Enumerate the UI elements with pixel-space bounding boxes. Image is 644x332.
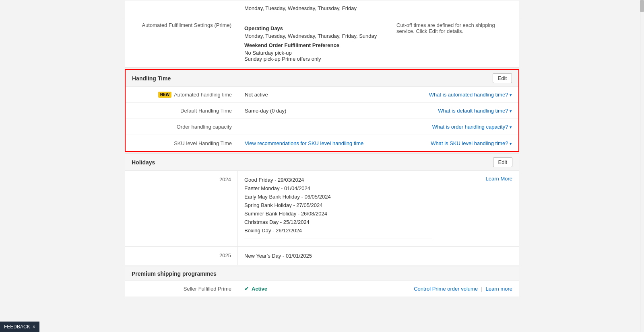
default-handling-value-text: Same-day (0 day) [245,108,286,114]
year-col-2025: 2025 [125,247,238,265]
holidays-section-title: Holidays [132,159,155,166]
feedback-close-icon[interactable]: × [33,324,35,330]
automated-handling-help-text: What is automated handling time? [429,92,508,98]
holiday-summer-bank: Summer Bank Holiday - 26/08/2024 [244,209,432,218]
automated-handling-arrow: ▾ [510,92,512,97]
sfp-value-col: ✔ Active [238,285,390,292]
pipe-separator: | [481,286,482,292]
holiday-new-year: New Year's Day - 01/01/2025 [244,252,432,260]
automated-handling-value-text: Not active [245,92,268,98]
sku-handling-row: SKU level Handling Time View recommendat… [126,135,518,151]
holiday-year-divider [244,238,432,238]
operating-days-value: Monday, Tuesday, Wednesday, Thursday, Fr… [244,33,384,39]
default-handling-help-link[interactable]: What is default handling time? ▾ [438,108,512,114]
holidays-2025-content: 2025 New Year's Day - 01/01/2025 [125,246,519,265]
automated-prime-row: Automated Fulfillment Settings (Prime) O… [125,17,519,67]
automated-fulfillment-label [125,0,238,17]
default-handling-row: Default Handling Time Same-day (0 day) W… [126,103,518,119]
holidays-content: 2024 Good Friday - 29/03/2024 Easter Mon… [125,171,519,246]
order-capacity-label-text: Order handling capacity [177,124,232,130]
sku-handling-help: What is SKU level handling time? ▾ [390,140,518,146]
holidays-year-col: 2024 [125,171,238,246]
main-content: Monday, Tuesday, Wednesday, Thursday, Fr… [117,0,527,315]
automated-prime-content: Operating Days Monday, Tuesday, Wednesda… [238,17,390,67]
holidays-section-header: Holidays Edit [125,154,519,171]
learn-more-link[interactable]: Learn More [486,176,512,182]
holiday-boxing-day: Boxing Day - 26/12/2024 [244,226,432,235]
premium-shipping-section: Premium shipping programmes Seller Fulfi… [125,267,519,297]
automated-fulfillment-section: Monday, Tuesday, Wednesday, Thursday, Fr… [125,0,519,68]
automated-handling-value: Not active [238,92,390,98]
order-capacity-row: Order handling capacity What is order ha… [126,119,518,135]
seller-fulfilled-prime-row: Seller Fulfilled Prime ✔ Active Control … [125,281,519,297]
sku-handling-label: SKU level Handling Time [126,140,238,146]
holiday-early-may: Early May Bank Holiday - 06/05/2024 [244,193,432,201]
automated-prime-label: Automated Fulfillment Settings (Prime) [125,17,238,67]
default-handling-value: Same-day (0 day) [238,108,390,114]
holidays-list-2025: New Year's Day - 01/01/2025 [238,247,438,265]
sku-handling-arrow: ▾ [510,141,512,146]
learn-more-prime-link[interactable]: Learn more [486,286,512,292]
page-wrapper: Monday, Tuesday, Wednesday, Thursday, Fr… [0,0,644,332]
automated-handling-help: What is automated handling time? ▾ [390,92,518,98]
automated-handling-label: NEW Automated handling time [126,92,238,98]
active-status-badge: Active [252,286,267,292]
default-handling-label: Default Handling Time [126,108,238,114]
order-capacity-arrow: ▾ [510,125,512,129]
holidays-edit-button[interactable]: Edit [493,157,512,167]
new-badge: NEW [158,92,171,98]
order-capacity-help-link[interactable]: What is order handling capacity? ▾ [432,124,512,130]
active-check-icon: ✔ [244,285,249,292]
default-handling-arrow: ▾ [510,109,512,113]
control-prime-link[interactable]: Control Prime order volume [414,286,478,292]
order-capacity-label: Order handling capacity [126,124,238,130]
premium-section-title: Premium shipping programmes [132,271,217,277]
automated-handling-label-text: Automated handling time [174,92,232,98]
sfp-label: Seller Fulfilled Prime [125,286,238,292]
holiday-good-friday: Good Friday - 29/03/2024 [244,176,432,184]
sku-handling-label-text: SKU level Handling Time [174,140,232,146]
handling-section-title: Handling Time [132,75,171,82]
order-capacity-help-text: What is order handling capacity? [432,124,508,130]
default-handling-label-text: Default Handling Time [180,108,232,114]
sku-handling-help-text: What is SKU level handling time? [431,140,508,146]
learn-more-col-2025 [438,247,519,265]
order-capacity-help: What is order handling capacity? ▾ [390,124,518,130]
holiday-christmas: Christmas Day - 25/12/2024 [244,218,432,226]
automated-handling-help-link[interactable]: What is automated handling time? ▾ [429,92,512,98]
top-days-text: Monday, Tuesday, Wednesday, Thursday, Fr… [244,5,384,11]
feedback-button[interactable]: FEEDBACK × [0,322,39,332]
cutoff-note: Cut-off times are defined for each shipp… [390,17,519,67]
operating-days-title: Operating Days [244,25,384,31]
learn-more-col: Learn More [438,171,519,246]
operating-days-row: Monday, Tuesday, Wednesday, Thursday, Fr… [125,0,519,17]
feedback-label: FEEDBACK [4,324,30,330]
year-2024: 2024 [132,176,231,182]
sku-handling-view-text: View recommendations for SKU level handl… [245,140,363,146]
sunday-prime: Sunday pick-up Prime offers only [244,56,384,62]
top-days-value: Monday, Tuesday, Wednesday, Thursday, Fr… [238,0,390,17]
default-handling-help: What is default handling time? ▾ [390,108,518,114]
year-2025: 2025 [132,252,231,258]
sku-handling-help-link[interactable]: What is SKU level handling time? ▾ [431,140,512,146]
holiday-spring-bank: Spring Bank Holiday - 27/05/2024 [244,201,432,209]
default-handling-help-text: What is default handling time? [438,108,508,114]
holiday-easter-monday: Easter Monday - 01/04/2024 [244,184,432,193]
holidays-list-col: Good Friday - 29/03/2024 Easter Monday -… [238,171,438,246]
premium-section-header: Premium shipping programmes [125,267,519,281]
top-note-col [390,0,519,17]
handling-section-header: Handling Time Edit [126,70,518,87]
handling-time-section: Handling Time Edit NEW Automated handlin… [125,69,519,152]
holidays-section: Holidays Edit 2024 Good Friday - 29/03/2… [125,154,519,265]
no-saturday: No Saturday pick-up [244,50,384,56]
sku-handling-view-link[interactable]: View recommendations for SKU level handl… [245,140,363,146]
scrollbar-thumb[interactable] [640,0,644,12]
weekend-title: Weekend Order Fulfillment Preference [244,42,384,48]
automated-handling-row: NEW Automated handling time Not active W… [126,87,518,103]
handling-edit-button[interactable]: Edit [493,73,512,83]
sku-handling-value: View recommendations for SKU level handl… [238,140,390,146]
scrollbar[interactable] [640,0,644,332]
sfp-links-col: Control Prime order volume | Learn more [390,286,519,292]
